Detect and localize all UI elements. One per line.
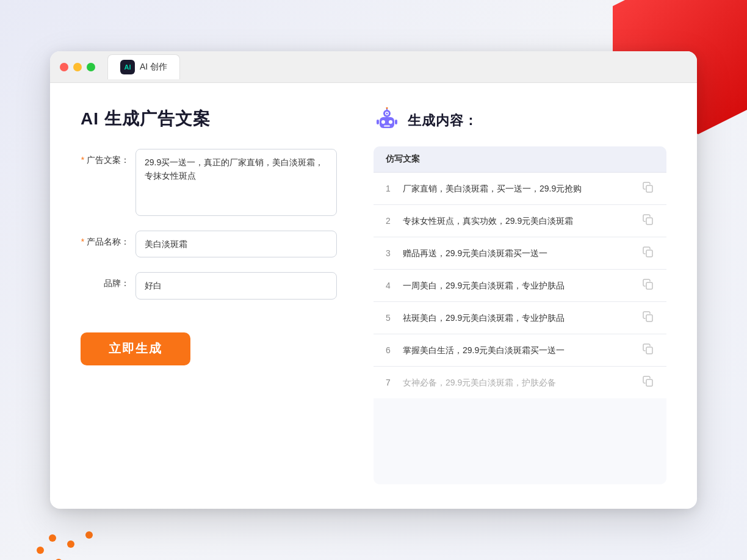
- svg-rect-17: [646, 379, 652, 386]
- copy-icon[interactable]: [642, 246, 654, 260]
- svg-rect-11: [646, 185, 652, 192]
- svg-rect-7: [395, 120, 397, 124]
- row-number: 4: [386, 281, 403, 290]
- ad-copy-input[interactable]: [135, 149, 337, 216]
- svg-rect-5: [384, 125, 390, 127]
- row-text: 祛斑美白，29.9元美白淡斑霜，专业护肤品: [403, 312, 642, 325]
- page-title: AI 生成广告文案: [81, 107, 337, 131]
- row-text: 赠品再送，29.9元美白淡斑霜买一送一: [403, 247, 642, 260]
- svg-rect-16: [646, 347, 652, 354]
- copy-icon[interactable]: [642, 375, 654, 390]
- copy-icon[interactable]: [642, 181, 654, 196]
- product-name-label: 产品名称：: [81, 231, 135, 248]
- row-text: 专抹女性斑点，真实功效，29.9元美白淡斑霜: [403, 215, 642, 228]
- ad-copy-group: 广告文案：: [81, 149, 337, 216]
- svg-point-4: [389, 120, 392, 124]
- product-name-input[interactable]: [135, 231, 337, 257]
- ai-creation-tab[interactable]: AI AI 创作: [107, 54, 180, 79]
- svg-rect-14: [646, 282, 652, 289]
- row-text: 女神必备，29.9元美白淡斑霜，护肤必备: [403, 376, 642, 389]
- row-number: 2: [386, 216, 403, 226]
- result-table: 仿写文案 1厂家直销，美白淡斑霜，买一送一，29.9元抢购 2专抹女性斑点，真实…: [374, 146, 666, 484]
- table-row: 3赠品再送，29.9元美白淡斑霜买一送一: [374, 237, 666, 270]
- copy-icon[interactable]: [642, 278, 654, 293]
- ad-copy-label: 广告文案：: [81, 149, 135, 166]
- table-header: 仿写文案: [374, 146, 666, 173]
- row-number: 7: [386, 378, 403, 387]
- tab-title: AI 创作: [140, 62, 167, 73]
- svg-point-8: [386, 113, 388, 115]
- row-number: 5: [386, 313, 403, 323]
- submit-button[interactable]: 立即生成: [81, 332, 190, 365]
- table-row: 2专抹女性斑点，真实功效，29.9元美白淡斑霜: [374, 205, 666, 237]
- row-text: 厂家直销，美白淡斑霜，买一送一，29.9元抢购: [403, 182, 642, 195]
- svg-point-3: [381, 120, 385, 124]
- brand-label: 品牌：: [81, 272, 135, 289]
- row-text: 一周美白，29.9元美白淡斑霜，专业护肤品: [403, 279, 642, 292]
- table-row: 4一周美白，29.9元美白淡斑霜，专业护肤品: [374, 270, 666, 302]
- svg-rect-6: [377, 120, 379, 124]
- row-number: 1: [386, 184, 403, 193]
- table-row: 6掌握美白生活，29.9元美白淡斑霜买一送一: [374, 334, 666, 367]
- window-controls: [60, 63, 95, 71]
- row-text: 掌握美白生活，29.9元美白淡斑霜买一送一: [403, 344, 642, 357]
- product-name-group: 产品名称：: [81, 231, 337, 257]
- title-bar: AI AI 创作: [50, 51, 697, 83]
- left-panel: AI 生成广告文案 广告文案： 产品名称： 品牌： 立即生成: [81, 107, 337, 484]
- robot-icon: [374, 107, 400, 134]
- brand-input[interactable]: [135, 272, 337, 299]
- copy-icon[interactable]: [642, 343, 654, 357]
- close-button[interactable]: [60, 63, 68, 71]
- copy-icon[interactable]: [642, 214, 654, 228]
- table-row: 7女神必备，29.9元美白淡斑霜，护肤必备: [374, 367, 666, 398]
- browser-window: AI AI 创作 AI 生成广告文案 广告文案： 产品名称： 品牌：: [50, 51, 697, 509]
- svg-rect-12: [646, 218, 652, 224]
- minimize-button[interactable]: [73, 63, 82, 71]
- result-title: 生成内容：: [408, 112, 478, 130]
- svg-rect-13: [646, 250, 652, 257]
- result-header: 生成内容：: [374, 107, 666, 134]
- svg-rect-15: [646, 315, 652, 321]
- table-body: 1厂家直销，美白淡斑霜，买一送一，29.9元抢购 2专抹女性斑点，真实功效，29…: [374, 173, 666, 398]
- table-row: 1厂家直销，美白淡斑霜，买一送一，29.9元抢购: [374, 173, 666, 205]
- right-panel: 生成内容： 仿写文案 1厂家直销，美白淡斑霜，买一送一，29.9元抢购 2专抹女…: [374, 107, 666, 484]
- copy-icon[interactable]: [642, 311, 654, 325]
- row-number: 6: [386, 345, 403, 355]
- tab-icon-text: AI: [125, 63, 131, 71]
- brand-group: 品牌：: [81, 272, 337, 299]
- row-number: 3: [386, 248, 403, 258]
- tab-icon: AI: [120, 60, 135, 74]
- table-row: 5祛斑美白，29.9元美白淡斑霜，专业护肤品: [374, 302, 666, 334]
- main-content: AI 生成广告文案 广告文案： 产品名称： 品牌： 立即生成: [50, 83, 697, 509]
- svg-point-10: [386, 107, 388, 109]
- maximize-button[interactable]: [87, 63, 95, 71]
